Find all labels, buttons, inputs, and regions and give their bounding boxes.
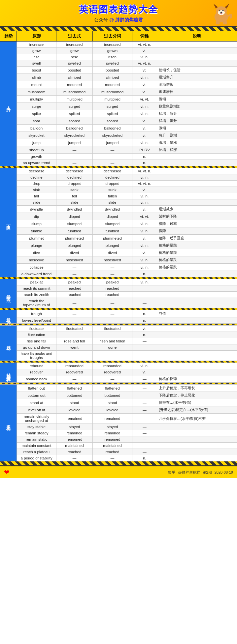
past-participle: nosedived bbox=[93, 256, 132, 264]
note bbox=[157, 344, 237, 351]
svg-marker-3 bbox=[225, 4, 229, 9]
pos: — bbox=[132, 351, 157, 361]
table-row: balloonballoonedballoonedvi.激增 bbox=[0, 125, 237, 132]
table-row: surgesurgedsurgedvi. n.数量急剧增加 bbox=[0, 103, 237, 110]
base-form: rise and fall bbox=[17, 338, 56, 344]
note bbox=[157, 369, 237, 375]
past-tense: soared bbox=[56, 117, 93, 125]
pos: vi. n. bbox=[132, 199, 157, 206]
table-row: recoverrecoveredrecoveredvi. bbox=[0, 369, 237, 375]
past-participle: leveled bbox=[93, 406, 132, 414]
past-participle: dwindled bbox=[93, 206, 132, 213]
base-form: plummet bbox=[17, 235, 56, 242]
table-row: climbclimbedclimbedvi. n.逐渐攀升 bbox=[0, 74, 237, 81]
footer-account: @胖胖焦糖君 bbox=[178, 470, 200, 475]
past-participle: ballooned bbox=[93, 125, 132, 132]
past-participle: skyrocketed bbox=[93, 132, 132, 139]
note: 上升后稳定，不再增长 bbox=[157, 385, 237, 392]
note: 陡增，猛涨 bbox=[157, 146, 237, 154]
base-form: bottom out bbox=[17, 392, 56, 399]
note: 下降后稳定，停止恶化 bbox=[157, 392, 237, 399]
table-row: 最高点peak atpeakedpeakedvi. n. bbox=[0, 279, 237, 285]
past-participle: — bbox=[93, 317, 132, 324]
past-tense: rose bbox=[56, 54, 93, 60]
base-form: multiply bbox=[17, 96, 56, 103]
note: 价格的反弹 bbox=[157, 375, 237, 383]
table-row: plummetplummetedplummetedvi.速降，近乎垂直 bbox=[0, 235, 237, 242]
pos: vi. vt. bbox=[132, 213, 157, 220]
base-form: an upward trend bbox=[17, 160, 56, 166]
past-participle: sunk bbox=[93, 187, 132, 193]
past-tense: reached bbox=[56, 449, 93, 455]
pos: — bbox=[132, 344, 157, 351]
pos: vi. vt. n. bbox=[132, 60, 157, 67]
note bbox=[157, 174, 237, 181]
header-title: 英语图表趋势大全 bbox=[7, 3, 230, 16]
table-row: maintain constantmaintainedmaintained— bbox=[0, 443, 237, 449]
past-tense: increased bbox=[56, 42, 93, 48]
section-label-5: 触底反弹 bbox=[0, 363, 17, 383]
base-form: go up and down bbox=[17, 344, 56, 351]
past-participle: multiplied bbox=[93, 96, 132, 103]
pos: vi. bbox=[132, 48, 157, 54]
past-tense: dropped bbox=[56, 181, 93, 187]
table-row: 平稳flatten outflattenedflattened—上升后稳定，不再… bbox=[0, 385, 237, 392]
table-row: a downward trend——n. bbox=[0, 271, 237, 277]
note bbox=[157, 363, 237, 369]
base-form: dip bbox=[17, 213, 56, 220]
past-participle: plunged bbox=[93, 242, 132, 249]
past-tense: spiked bbox=[56, 110, 93, 117]
pos: — bbox=[132, 285, 157, 292]
past-tense: — bbox=[56, 317, 93, 324]
note bbox=[157, 154, 237, 160]
past-tense: — bbox=[56, 154, 93, 160]
pos: vi. n. bbox=[132, 74, 157, 81]
table-row: skyrocketskyrocketedskyrocketedvi.急升，剧增 bbox=[0, 132, 237, 139]
note bbox=[157, 279, 237, 285]
past-participle: decreased bbox=[93, 168, 132, 174]
table-row: 最低点trough——n.谷值 bbox=[0, 310, 237, 317]
pos: vi. n. bbox=[132, 227, 157, 235]
table-row: stand atstoodstood—保持在…(水平/数值) bbox=[0, 399, 237, 406]
base-form: a downward trend bbox=[17, 271, 56, 277]
base-form: increase bbox=[17, 42, 56, 48]
past-tense: remained bbox=[56, 414, 93, 424]
note bbox=[157, 351, 237, 361]
pos: vi. vt. bbox=[132, 96, 157, 103]
base-form: balloon bbox=[17, 125, 56, 132]
base-form: remain static bbox=[17, 436, 56, 443]
note: 保持在…(水平/数值) bbox=[157, 399, 237, 406]
past-participle: mounted bbox=[93, 81, 132, 88]
past-tense: — bbox=[56, 310, 93, 317]
base-form: boost bbox=[17, 67, 56, 74]
base-form: remain steady bbox=[17, 430, 56, 436]
svg-point-10 bbox=[220, 13, 222, 14]
past-tense: remained bbox=[56, 436, 93, 443]
base-form: stand at bbox=[17, 399, 56, 406]
table-row: mountmountedmountedvi.渐渐增长 bbox=[0, 81, 237, 88]
pos: — bbox=[132, 443, 157, 449]
pos: — bbox=[132, 298, 157, 308]
past-participle: — bbox=[93, 271, 132, 277]
pos: — bbox=[132, 436, 157, 443]
past-tense: jumped bbox=[56, 139, 93, 146]
footer-date: 2020-08-19 bbox=[215, 470, 233, 474]
note bbox=[157, 60, 237, 67]
note bbox=[157, 187, 237, 193]
note bbox=[157, 42, 237, 48]
footer-info: 知乎 @胖胖焦糖君 第2期 2020-08-19 bbox=[168, 470, 233, 475]
note: 猛增，急升 bbox=[157, 110, 237, 117]
past-participle: maintained bbox=[93, 443, 132, 449]
base-form: slump bbox=[17, 220, 56, 227]
section-label-3: 最低点 bbox=[0, 310, 17, 324]
past-tense: fluctuated bbox=[56, 326, 93, 332]
base-form: have its peaks and troughs bbox=[17, 351, 56, 361]
note bbox=[157, 332, 237, 338]
note bbox=[157, 443, 237, 449]
pos: vi. n. bbox=[132, 242, 157, 249]
note: (升降之后)稳定在…(水平/数值) bbox=[157, 406, 237, 414]
table-row: dwindledwindleddwindledvi.逐渐减少 bbox=[0, 206, 237, 213]
note: 几乎保持在…(水平/数值)不变 bbox=[157, 414, 237, 424]
past-tense: fell bbox=[56, 193, 93, 199]
past-tense: recovered bbox=[56, 369, 93, 375]
